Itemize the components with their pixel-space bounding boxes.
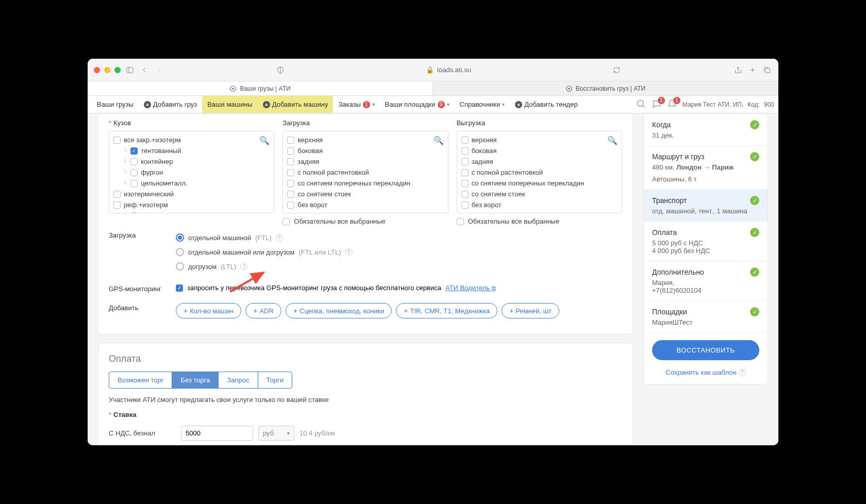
load-option[interactable]: без ворот <box>285 199 445 210</box>
add-pill[interactable]: +ADR <box>245 303 281 318</box>
body-option[interactable]: изотермический <box>111 189 272 199</box>
nav-add-truck[interactable]: +Добавить машину <box>258 96 334 113</box>
load-option[interactable]: задняя <box>459 156 620 167</box>
loading-mode-radio[interactable]: отдельной машиной или догрузом(FTL или L… <box>176 245 622 259</box>
body-option[interactable]: └цельнометалл. <box>111 178 272 189</box>
nav-orders[interactable]: Заказы1▾ <box>333 96 379 113</box>
maximize-window[interactable] <box>114 67 121 73</box>
save-template-link[interactable]: Сохранить как шаблон ? <box>665 368 745 376</box>
nav-your-loads[interactable]: Ваши грузы <box>92 96 139 113</box>
checkbox[interactable] <box>461 191 469 198</box>
load-option[interactable]: со снятием стоек <box>459 189 620 199</box>
summary-payment[interactable]: Оплата✓ 5 000 руб с НДС 4 000 руб без НД… <box>644 222 768 261</box>
summary-route[interactable]: Маршрут и груз✓ 480 км, Лондон → Париж А… <box>644 146 768 190</box>
all-required-checkbox[interactable] <box>282 218 290 225</box>
search-icon[interactable]: 🔍 <box>434 136 444 145</box>
radio[interactable] <box>176 233 184 242</box>
body-option[interactable]: └фургон <box>111 167 272 178</box>
search-icon[interactable] <box>636 99 647 110</box>
summary-extra[interactable]: Дополнительно✓ Мария, +7(812)6020104 <box>644 261 768 301</box>
load-option[interactable]: боковая <box>285 145 445 156</box>
checkbox[interactable] <box>130 180 138 187</box>
search-icon[interactable]: 🔍 <box>259 136 270 145</box>
summary-platforms[interactable]: Площадки✓ МарияШТест <box>644 301 768 333</box>
load-option[interactable]: со снятием поперечных перекладин <box>285 178 445 189</box>
checkbox[interactable] <box>130 169 138 176</box>
checkbox[interactable] <box>130 147 138 155</box>
load-option[interactable]: с полной растентовкой <box>285 167 445 178</box>
loading-mode-radio[interactable]: догрузом(LTL)? <box>176 259 622 274</box>
body-option[interactable]: └рефрижератор <box>111 210 272 213</box>
url-bar[interactable]: 🔒 loads.ati.su <box>290 66 607 74</box>
nav-your-trucks[interactable]: Ваши машины <box>202 96 258 113</box>
share-icon[interactable] <box>733 65 743 75</box>
payment-tab[interactable]: Запрос <box>219 372 258 388</box>
load-option[interactable]: со снятием стоек <box>285 189 445 199</box>
checkbox[interactable] <box>461 201 469 209</box>
nav-add-tender[interactable]: +Добавить тендер <box>510 96 582 113</box>
help-icon[interactable]: ? <box>276 234 283 241</box>
browser-tab-2[interactable]: Восстановить груз | АТИ <box>433 81 778 95</box>
payment-tab[interactable]: Торги <box>258 372 292 388</box>
nav-platforms[interactable]: Ваши площадки9▾ <box>380 96 455 113</box>
load-option[interactable]: без ворот <box>459 199 620 210</box>
currency-select[interactable]: руб▾ <box>258 426 294 441</box>
shield-icon[interactable] <box>275 65 286 75</box>
sidebar-toggle-icon[interactable] <box>125 65 135 75</box>
search-icon[interactable]: 🔍 <box>607 136 618 145</box>
checkbox[interactable] <box>113 201 121 209</box>
close-window[interactable] <box>94 67 100 73</box>
gps-checkbox[interactable] <box>176 284 183 292</box>
load-option[interactable]: со снятием поперечных перекладин <box>459 178 620 189</box>
checkbox[interactable] <box>287 158 294 165</box>
checkbox[interactable] <box>287 147 294 155</box>
unloading-listbox[interactable]: 🔍 верхняябоковаязадняяс полной растентов… <box>457 131 622 213</box>
reload-icon[interactable] <box>611 65 622 75</box>
all-required-checkbox[interactable] <box>457 218 464 225</box>
checkbox[interactable] <box>461 180 469 187</box>
checkbox[interactable] <box>287 201 294 209</box>
payment-tab[interactable]: Возможен торг <box>109 372 172 388</box>
load-option[interactable]: верхняя <box>285 135 445 145</box>
body-option[interactable]: все закр.+изотерм <box>111 135 272 145</box>
body-option[interactable]: └тентованный <box>111 145 272 156</box>
load-option[interactable]: верхняя <box>459 135 620 145</box>
nav-references[interactable]: Справочники▾ <box>455 96 510 113</box>
user-name[interactable]: Мария Тест АТИ, ИП, <box>682 101 743 108</box>
browser-tab-1[interactable]: Ваши грузы | АТИ <box>88 81 433 95</box>
forward-icon[interactable] <box>154 65 164 75</box>
restore-button[interactable]: ВОССТАНОВИТЬ <box>652 340 759 360</box>
with-vat-input[interactable] <box>181 426 253 441</box>
notifications-icon[interactable]: 1 <box>667 99 678 110</box>
checkbox[interactable] <box>113 191 121 198</box>
messages-icon[interactable]: 1 <box>652 99 663 110</box>
checkbox[interactable] <box>461 169 469 176</box>
tabs-icon[interactable] <box>762 65 772 75</box>
load-option[interactable]: боковая <box>459 145 620 156</box>
checkbox[interactable] <box>113 137 121 144</box>
add-pill[interactable]: +TIR, CMR, T1, Медкнижка <box>396 303 497 318</box>
add-pill[interactable]: +Сцепка, пневмоход, коники <box>286 303 392 318</box>
body-option[interactable]: реф.+изотерм <box>111 199 272 210</box>
summary-when[interactable]: Когда✓ 31 дек. <box>644 114 768 146</box>
checkbox[interactable] <box>287 180 294 187</box>
checkbox[interactable] <box>130 158 138 165</box>
radio[interactable] <box>176 248 184 256</box>
load-option[interactable]: с полной растентовкой <box>459 167 620 178</box>
checkbox[interactable] <box>287 191 294 198</box>
checkbox[interactable] <box>130 212 138 214</box>
gps-link[interactable]: АТИ Водитель ⧉ <box>445 284 496 292</box>
checkbox[interactable] <box>287 169 294 176</box>
help-icon[interactable]: ? <box>240 263 247 270</box>
load-option[interactable]: задняя <box>285 156 445 167</box>
add-pill[interactable]: +Кол-во машин <box>176 303 241 318</box>
payment-tab[interactable]: Без торга <box>172 372 219 388</box>
body-option[interactable]: └контейнер <box>111 156 272 167</box>
checkbox[interactable] <box>461 147 469 155</box>
checkbox[interactable] <box>287 137 294 144</box>
back-icon[interactable] <box>139 65 149 75</box>
add-pill[interactable]: +Ремней, шт <box>502 303 559 318</box>
checkbox[interactable] <box>461 137 469 144</box>
loading-mode-radio[interactable]: отдельной машиной(FTL)? <box>176 230 622 245</box>
minimize-window[interactable] <box>104 67 110 73</box>
